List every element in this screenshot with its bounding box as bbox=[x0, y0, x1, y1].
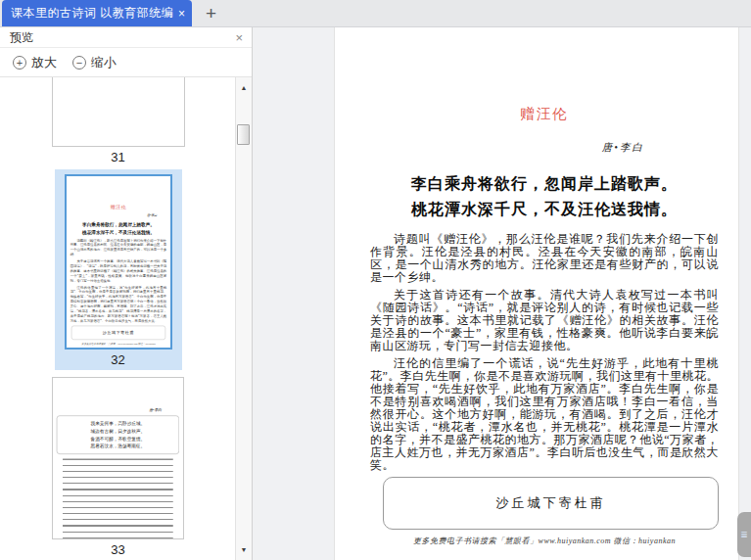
thumbnail-label-31: 31 bbox=[0, 147, 236, 166]
browser-window: 课本里的古诗词 以教育部统编小 × + 预览 × + 放大 − 缩小 bbox=[0, 0, 751, 560]
thumb-mini-title: 赠汪伦 bbox=[67, 204, 170, 210]
thumb-mini-poem-line: 桃花潭水深千尺，不及汪伦送我情。 bbox=[67, 228, 170, 236]
next-poem-title: 沙丘城下寄杜甫 bbox=[384, 478, 718, 512]
poem-author: 唐•李白 bbox=[370, 141, 719, 155]
thumbnail-page-33[interactable]: 唐•李白 我来竟何事，高卧沙丘城。 城边有古树，日夕连秋声。 鲁酒不可醉，齐歌空… bbox=[52, 377, 184, 539]
thumb33-text-placeholder bbox=[63, 458, 173, 539]
thumbnail-list: 31 赠汪伦 唐•李白 李白乘舟将欲行，忽闻岸上踏歌声。 桃花潭水深千尺，不及汪… bbox=[0, 77, 252, 560]
body-paragraph: 汪伦的信里编了一个谎话，说“先生好游乎，此地有十里桃花”。李白先生啊，你是不是喜… bbox=[370, 357, 719, 472]
thumb-mini-author: 唐•李白 bbox=[67, 213, 170, 217]
thumbnail-label-33: 33 bbox=[0, 539, 236, 559]
sidebar-close-icon[interactable]: × bbox=[235, 30, 243, 45]
thumbnail-cell-32-selected: 赠汪伦 唐•李白 李白乘舟将欲行，忽闻岸上踏歌声。 桃花潭水深千尺，不及汪伦送我… bbox=[55, 169, 182, 370]
scrollbar-thumb[interactable] bbox=[237, 124, 250, 145]
zoom-out-button[interactable]: − 缩小 bbox=[72, 54, 117, 71]
poem-line: 李白乘舟将欲行，忽闻岸上踏歌声。 bbox=[370, 171, 719, 197]
zoom-in-label: 放大 bbox=[31, 54, 57, 71]
thumbnail-page-32[interactable]: 赠汪伦 唐•李白 李白乘舟将欲行，忽闻岸上踏歌声。 桃花潭水深千尺，不及汪伦送我… bbox=[65, 174, 172, 350]
thumbnail-label-32: 32 bbox=[55, 350, 182, 369]
body-paragraph: 关于这首诗还有一个故事。清代大诗人袁枚写过一本书叫《随园诗话》。“诗话”，就是评… bbox=[370, 289, 719, 352]
zoom-out-label: 缩小 bbox=[91, 54, 117, 71]
sidebar-header: 预览 × bbox=[0, 27, 252, 48]
preview-sidebar: 预览 × + 放大 − 缩小 31 bbox=[0, 27, 253, 560]
sidebar-scrollbar[interactable]: ▲ ▼ bbox=[235, 77, 252, 560]
new-tab-button[interactable]: + bbox=[206, 5, 216, 23]
zoom-toolbar: + 放大 − 缩小 bbox=[0, 48, 252, 77]
body-paragraph: 诗题叫《赠汪伦》，那么汪伦是谁呢？我们先来介绍一下创作背景。汪伦是泾县的村民。泾… bbox=[370, 233, 719, 284]
poem-line: 桃花潭水深千尺，不及汪伦送我情。 bbox=[370, 197, 719, 222]
tab-title: 课本里的古诗词 以教育部统编小 bbox=[11, 5, 173, 22]
thumb-mini-box: 沙丘城下寄杜甫 bbox=[70, 326, 164, 340]
sidebar-title: 预览 bbox=[10, 29, 235, 46]
tab-close-icon[interactable]: × bbox=[178, 7, 185, 21]
thumb-mini-footer: 更多免费电子书请搜索「慧眼看」www.huiyankan.com 微信：huiy… bbox=[70, 342, 166, 345]
poem-title: 赠汪伦 bbox=[370, 105, 719, 123]
thumb33-poem-box: 我来竟何事，高卧沙丘城。 城边有古树，日夕连秋声。 鲁酒不可醉，齐歌空复情。 思… bbox=[57, 415, 179, 453]
browser-tab-active[interactable]: 课本里的古诗词 以教育部统编小 × bbox=[2, 0, 192, 26]
page-footer-note: 更多免费电子书请搜索「慧眼看」www.huiyankan.com 微信：huiy… bbox=[370, 536, 719, 546]
thumb-mini-poem-line: 李白乘舟将欲行，忽闻岸上踏歌声。 bbox=[67, 221, 170, 229]
thumb33-author: 唐•李白 bbox=[53, 407, 183, 412]
side-flap-tab[interactable]: ≣ bbox=[737, 512, 751, 557]
scroll-up-icon[interactable]: ▲ bbox=[236, 80, 252, 95]
tab-bar: 课本里的古诗词 以教育部统编小 × + bbox=[0, 0, 751, 27]
thumbnail-page-31[interactable] bbox=[52, 77, 185, 147]
document-page-32: 赠汪伦 唐•李白 李白乘舟将欲行，忽闻岸上踏歌声。 桃花潭水深千尺，不及汪伦送我… bbox=[334, 27, 739, 560]
thumb-mini-paragraph: 汪伦的信里编了一个谎话，说“先生好游乎，此地有十里桃花”。李白先生啊，你是不是喜… bbox=[70, 285, 166, 323]
zoom-in-icon: + bbox=[13, 56, 26, 70]
scroll-down-icon[interactable]: ▼ bbox=[236, 542, 252, 557]
flap-menu-icon: ≣ bbox=[740, 530, 748, 539]
thumb-mini-paragraph: 诗题叫《赠汪伦》，那么汪伦是谁呢？我们先来介绍一下创作背景。汪伦是泾县的村民。泾… bbox=[70, 238, 166, 257]
zoom-out-icon: − bbox=[72, 56, 86, 70]
thumb-mini-paragraph: 关于这首诗还有一个故事。清代大诗人袁枚写过一本书叫《随园诗话》。“诗话”，就是评… bbox=[70, 258, 166, 283]
thumb-mini-box-title: 沙丘城下寄杜甫 bbox=[71, 326, 164, 340]
document-viewer: 赠汪伦 唐•李白 李白乘舟将欲行，忽闻岸上踏歌声。 桃花潭水深千尺，不及汪伦送我… bbox=[253, 27, 751, 560]
next-poem-box: 沙丘城下寄杜甫 bbox=[383, 477, 719, 530]
zoom-in-button[interactable]: + 放大 bbox=[13, 54, 57, 71]
app-content: 预览 × + 放大 − 缩小 31 bbox=[0, 27, 751, 560]
